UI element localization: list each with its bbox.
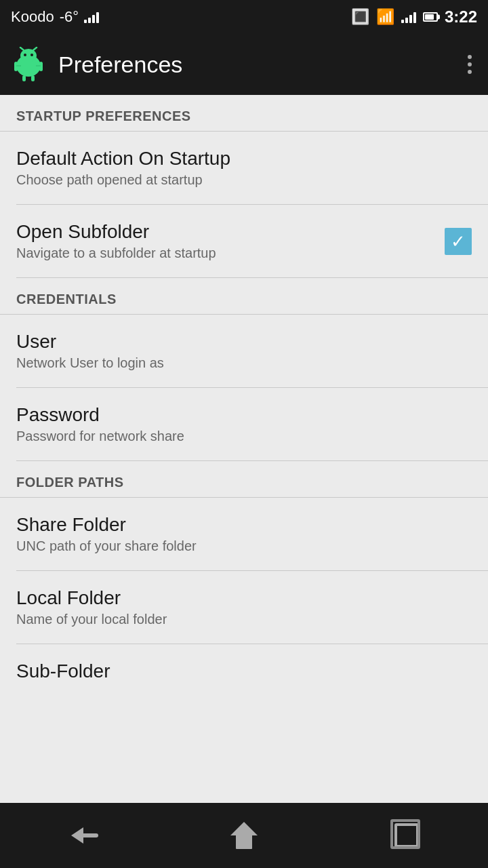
status-bar: Koodo -6° 🔳 📶 3:22: [0, 0, 488, 34]
status-right: 🔳 📶 3:22: [351, 7, 477, 26]
nav-bar: [0, 803, 488, 868]
pref-title-password: Password: [16, 404, 472, 426]
pref-text-password: Password Password for network share: [16, 404, 472, 444]
pref-item-user[interactable]: User Network User to login as: [0, 315, 488, 387]
pref-item-password[interactable]: Password Password for network share: [0, 388, 488, 460]
carrier-label: Koodo: [11, 8, 54, 26]
home-icon: [230, 822, 258, 849]
section-header-credentials: CREDENTIALS: [0, 278, 488, 314]
temperature-label: -6°: [60, 8, 79, 26]
checkmark-icon: ✓: [451, 233, 466, 250]
app-bar: Preferences: [0, 34, 488, 95]
back-arrow-icon: [64, 826, 98, 845]
pref-subtitle-password: Password for network share: [16, 429, 472, 444]
pref-title-share-folder: Share Folder: [16, 514, 472, 536]
pref-item-share-folder[interactable]: Share Folder UNC path of your share fold…: [0, 498, 488, 570]
pref-item-default-action[interactable]: Default Action On Startup Choose path op…: [0, 132, 488, 204]
svg-rect-8: [22, 75, 26, 81]
svg-point-2: [24, 54, 26, 56]
svg-rect-7: [39, 62, 43, 71]
pref-text-sub-folder: Sub-Folder: [16, 660, 472, 685]
preferences-content: STARTUP PREFERENCES Default Action On St…: [0, 95, 488, 803]
pref-text-default-action: Default Action On Startup Choose path op…: [16, 148, 472, 188]
section-title-credentials: CREDENTIALS: [16, 292, 117, 307]
page-title: Preferences: [58, 52, 462, 78]
recents-button[interactable]: [380, 815, 434, 856]
pref-title-default-action: Default Action On Startup: [16, 148, 472, 170]
pref-subtitle-default-action: Choose path opened at startup: [16, 172, 472, 188]
back-button[interactable]: [54, 815, 108, 856]
pref-title-open-subfolder: Open Subfolder: [16, 221, 434, 243]
section-header-folder-paths: FOLDER PATHS: [0, 461, 488, 497]
pref-item-local-folder[interactable]: Local Folder Name of your local folder: [0, 571, 488, 644]
overflow-menu-button[interactable]: [462, 50, 477, 79]
status-left: Koodo -6°: [11, 8, 99, 26]
pref-text-open-subfolder: Open Subfolder Navigate to a subfolder a…: [16, 221, 434, 261]
pref-text-user: User Network User to login as: [16, 331, 472, 371]
battery-icon: [423, 12, 438, 22]
pref-title-local-folder: Local Folder: [16, 587, 472, 609]
svg-line-4: [20, 47, 24, 50]
android-icon: [11, 47, 46, 82]
signal-bars-icon: [84, 11, 99, 23]
pref-text-local-folder: Local Folder Name of your local folder: [16, 587, 472, 627]
pref-subtitle-share-folder: UNC path of your share folder: [16, 538, 472, 554]
cellular-icon: [401, 11, 416, 23]
section-title-startup: STARTUP PREFERENCES: [16, 108, 191, 123]
svg-point-1: [20, 49, 37, 62]
section-title-folder-paths: FOLDER PATHS: [16, 475, 124, 490]
pref-text-share-folder: Share Folder UNC path of your share fold…: [16, 514, 472, 554]
pref-item-open-subfolder[interactable]: Open Subfolder Navigate to a subfolder a…: [0, 205, 488, 277]
section-header-startup: STARTUP PREFERENCES: [0, 95, 488, 131]
svg-point-3: [30, 54, 33, 56]
bluetooth-icon: 🔳: [351, 8, 369, 26]
svg-rect-6: [14, 62, 18, 71]
pref-item-sub-folder[interactable]: Sub-Folder: [0, 644, 488, 701]
open-subfolder-checkbox[interactable]: ✓: [445, 228, 472, 255]
wifi-icon: 📶: [376, 8, 394, 26]
svg-rect-9: [31, 75, 35, 81]
pref-title-user: User: [16, 331, 472, 353]
home-button[interactable]: [217, 815, 271, 856]
recents-icon: [394, 823, 419, 848]
pref-subtitle-local-folder: Name of your local folder: [16, 612, 472, 627]
svg-line-5: [33, 47, 37, 50]
time-label: 3:22: [445, 7, 477, 26]
svg-rect-11: [21, 62, 36, 73]
pref-subtitle-user: Network User to login as: [16, 355, 472, 371]
pref-title-sub-folder: Sub-Folder: [16, 660, 472, 682]
pref-subtitle-open-subfolder: Navigate to a subfolder at startup: [16, 245, 434, 261]
